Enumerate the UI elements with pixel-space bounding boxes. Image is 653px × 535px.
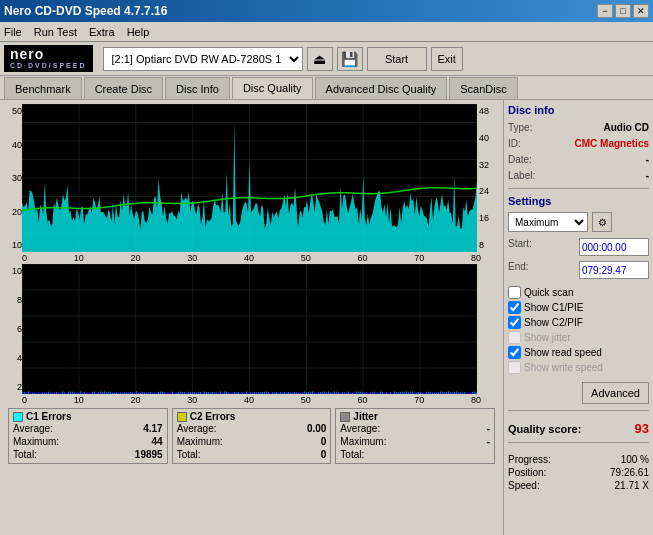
settings-select-row: Maximum ⚙ [508,212,649,232]
minimize-button[interactable]: − [597,4,613,18]
show-c1-checkbox-row[interactable]: Show C1/PIE [508,301,649,314]
c1-title: C1 Errors [13,411,163,422]
tab-disc-quality[interactable]: Disc Quality [232,77,313,99]
tabs: Benchmark Create Disc Disc Info Disc Qua… [0,76,653,100]
nero-brand-text: nero [10,47,44,62]
tab-advanced-disc-quality[interactable]: Advanced Disc Quality [315,77,448,99]
bottom-chart-container [22,264,479,394]
c1-errors-box: C1 Errors Average: 4.17 Maximum: 44 Tota… [8,408,168,464]
start-time-row: Start: [508,237,649,257]
c1-maximum-row: Maximum: 44 [13,435,163,448]
progress-row: Progress: 100 % [508,453,649,466]
bottom-chart-x-axis: 0 10 20 30 40 50 60 70 80 [4,394,499,406]
c2-total-row: Total: 0 [177,448,327,461]
menu-run-test[interactable]: Run Test [34,26,77,38]
c2-average-row: Average: 0.00 [177,422,327,435]
cd-dvd-speed-text: CD·DVD/SPEED [10,62,87,70]
c1-total-row: Total: 19895 [13,448,163,461]
jitter-box: Jitter Average: - Maximum: - Total: [335,408,495,464]
stats-area: C1 Errors Average: 4.17 Maximum: 44 Tota… [4,406,499,466]
menu-bar: File Run Test Extra Help [0,22,653,42]
menu-file[interactable]: File [4,26,22,38]
disc-label-row: Label: - [508,169,649,182]
settings-title: Settings [508,195,649,207]
tab-scan-disc[interactable]: ScanDisc [449,77,517,99]
show-read-speed-checkbox-row[interactable]: Show read speed [508,346,649,359]
close-button[interactable]: ✕ [633,4,649,18]
divider-2 [508,410,649,411]
c2-title: C2 Errors [177,411,327,422]
right-panel: Disc info Type: Audio CD ID: CMC Magneti… [503,100,653,535]
disc-info-title: Disc info [508,104,649,116]
start-button[interactable]: Start [367,47,427,71]
show-jitter-checkbox-row: Show jitter [508,331,649,344]
bottom-chart-y-axis-right [479,264,499,394]
speed-row: Speed: 21.71 X [508,479,649,492]
jitter-total-row: Total: [340,448,490,461]
jitter-color-indicator [340,412,350,422]
settings-icon-button[interactable]: ⚙ [592,212,612,232]
top-chart-container [22,104,479,252]
end-time-row: End: [508,260,649,280]
menu-help[interactable]: Help [127,26,150,38]
save-icon-button[interactable]: 💾 [337,47,363,71]
advanced-btn-container: Advanced [508,380,649,404]
toolbar: nero CD·DVD/SPEED [2:1] Optiarc DVD RW A… [0,42,653,76]
bottom-chart-y-axis-left: 10 8 6 4 2 [4,264,22,394]
disc-date-row: Date: - [508,153,649,166]
show-c2-checkbox-row[interactable]: Show C2/PIF [508,316,649,329]
jitter-maximum-row: Maximum: - [340,435,490,448]
tab-create-disc[interactable]: Create Disc [84,77,163,99]
title-text: Nero CD-DVD Speed 4.7.7.16 [4,4,167,18]
c2-maximum-row: Maximum: 0 [177,435,327,448]
eject-icon-button[interactable]: ⏏ [307,47,333,71]
progress-section: Progress: 100 % Position: 79:26.61 Speed… [508,453,649,492]
quick-scan-checkbox[interactable] [508,286,521,299]
tab-disc-info[interactable]: Disc Info [165,77,230,99]
quick-scan-checkbox-row[interactable]: Quick scan [508,286,649,299]
maximize-button[interactable]: □ [615,4,631,18]
top-chart-canvas [22,104,477,252]
divider-1 [508,188,649,189]
start-time-input[interactable] [579,238,649,256]
divider-3 [508,442,649,443]
bottom-chart-wrapper: 10 8 6 4 2 [4,264,499,394]
nero-logo: nero CD·DVD/SPEED [4,45,93,72]
show-write-speed-checkbox [508,361,521,374]
exit-button[interactable]: Exit [431,47,463,71]
position-row: Position: 79:26.61 [508,466,649,479]
drive-select[interactable]: [2:1] Optiarc DVD RW AD-7280S 1.01 [103,47,303,71]
top-chart-y-axis-left: 50 40 30 20 10 [4,104,22,252]
show-jitter-checkbox [508,331,521,344]
show-c2-checkbox[interactable] [508,316,521,329]
title-bar: Nero CD-DVD Speed 4.7.7.16 − □ ✕ [0,0,653,22]
c2-color-indicator [177,412,187,422]
menu-extra[interactable]: Extra [89,26,115,38]
top-chart-x-axis: 0 10 20 30 40 50 60 70 80 [4,252,499,264]
checkboxes-container: Quick scan Show C1/PIE Show C2/PIF Show … [508,286,649,374]
settings-dropdown[interactable]: Maximum [508,212,588,232]
quality-score-row: Quality score: 93 [508,421,649,436]
c1-color-indicator [13,412,23,422]
tab-benchmark[interactable]: Benchmark [4,77,82,99]
c1-average-row: Average: 4.17 [13,422,163,435]
jitter-average-row: Average: - [340,422,490,435]
top-chart-wrapper: 50 40 30 20 10 48 40 32 24 16 8 [4,104,499,252]
disc-id-row: ID: CMC Magnetics [508,137,649,150]
top-chart-y-axis-right: 48 40 32 24 16 8 [479,104,499,252]
show-c1-checkbox[interactable] [508,301,521,314]
bottom-chart-canvas [22,264,477,394]
end-time-input[interactable] [579,261,649,279]
advanced-button[interactable]: Advanced [582,382,649,404]
disc-type-row: Type: Audio CD [508,121,649,134]
main-content: 50 40 30 20 10 48 40 32 24 16 8 0 10 20 [0,100,653,535]
jitter-title: Jitter [340,411,490,422]
c2-errors-box: C2 Errors Average: 0.00 Maximum: 0 Total… [172,408,332,464]
show-read-speed-checkbox[interactable] [508,346,521,359]
show-write-speed-checkbox-row: Show write speed [508,361,649,374]
chart-area: 50 40 30 20 10 48 40 32 24 16 8 0 10 20 [0,100,503,535]
title-bar-buttons: − □ ✕ [597,4,649,18]
